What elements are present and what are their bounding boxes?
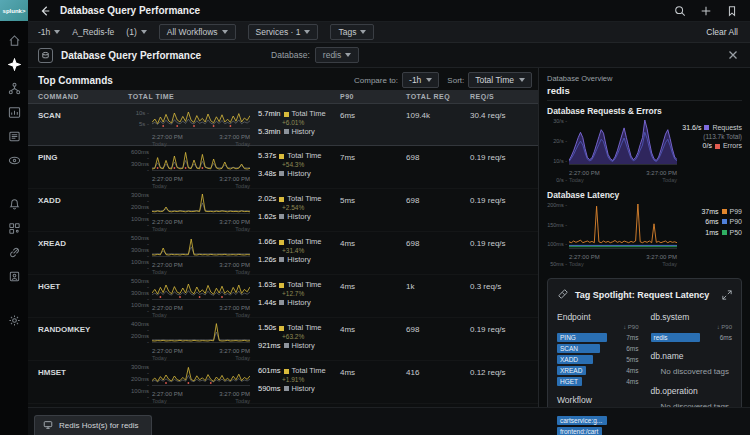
redis-hosts-button[interactable]: Redis Host(s) for redis <box>34 415 152 435</box>
expand-icon[interactable] <box>722 286 732 304</box>
services-value: Services · 1 <box>256 27 301 37</box>
table-row[interactable]: PING 600ms -300ms - 2:27:00 PMToday 3:27… <box>28 146 538 189</box>
tag-section-db-system: db.system ↓ P90 redis 6ms <box>651 312 733 343</box>
command-name: HMSET <box>38 361 128 405</box>
command-name: XADD <box>38 189 128 233</box>
latency-chart: 200ms -150ms -100ms -50ms - 2:27:00 PMTo… <box>547 203 742 268</box>
time-picker[interactable]: -1h <box>38 27 60 37</box>
tag-sort-header[interactable]: ↓ P90 <box>557 324 639 330</box>
row-legend: 1.63sTotal Time +12.7% 1.44sHistory <box>258 278 322 319</box>
table-row[interactable]: RANDOMKEY 400ms -200ms - 2:27:00 PMToday… <box>28 318 538 361</box>
flashlight-icon <box>557 286 569 304</box>
tag-bar-value: 5ms <box>607 356 639 363</box>
sparkline-chart <box>152 149 250 171</box>
tag-bar-row[interactable]: redis 6ms <box>651 332 733 343</box>
clear-all-button[interactable]: Clear All <box>706 27 738 37</box>
req-per-sec-value: 0.19 req/s <box>470 232 538 276</box>
change-percent: +2.54% <box>258 204 322 212</box>
req-per-sec-value: 0.19 req/s <box>470 318 538 362</box>
tag-bar-row[interactable]: SCAN 6ms <box>557 343 639 354</box>
p90-value: 7ms <box>340 146 406 190</box>
nav-alerts-icon[interactable] <box>7 197 21 211</box>
requests-chart-title: Database Requests & Errors <box>547 106 742 116</box>
nav-rum-icon[interactable] <box>7 153 21 167</box>
table-row[interactable]: XADD 300ms -200ms -100ms - 2:27:00 PMTod… <box>28 189 538 232</box>
chevron-down-icon <box>222 30 228 34</box>
tags-dropdown[interactable]: Tags <box>330 24 374 40</box>
overview-title: Database Overview <box>547 74 742 83</box>
command-name: PING <box>38 146 128 190</box>
close-icon[interactable] <box>726 48 740 62</box>
database-overview-panel: Database Overview redis Database Request… <box>538 68 750 407</box>
compare-to-dropdown[interactable]: -1h <box>402 72 439 88</box>
nav-dashboards-icon[interactable] <box>7 105 21 119</box>
row-legend: 1.66sTotal Time +31.4% 1.26sHistory <box>258 235 322 276</box>
nav-metrics-icon[interactable] <box>7 221 21 235</box>
tag-bar-row[interactable]: PING 7ms <box>557 332 639 343</box>
environment-label[interactable]: A_Redis-fe <box>72 27 114 37</box>
tag-bar-value: 6ms <box>607 345 639 352</box>
add-icon[interactable] <box>698 3 714 19</box>
table-header-row: COMMANDTOTAL TIMEP90TOTAL REQREQ/S <box>28 90 538 103</box>
command-name: HGET <box>38 275 128 319</box>
nav-synthetics-icon[interactable] <box>7 245 21 259</box>
row-legend: 5.7minTotal Time +6.01% 5.3minHistory <box>258 107 326 148</box>
total-req-value: 1k <box>406 275 470 319</box>
host-icon <box>43 420 53 430</box>
sparkline-x-axis: 2:27:00 PMToday 3:27:00 PMToday <box>152 219 250 233</box>
nav-infrastructure-icon[interactable] <box>7 81 21 95</box>
database-select-value: redis <box>323 50 341 60</box>
environment-value: A_Redis-fe <box>72 27 114 37</box>
bookmark-icon[interactable] <box>724 3 740 19</box>
sparkline-chart <box>152 192 250 214</box>
change-percent: +1.91% <box>258 376 326 384</box>
table-row[interactable]: XREAD 500ms -300ms -100ms - 2:27:00 PMTo… <box>28 232 538 275</box>
p90-value: 4ms <box>340 361 406 405</box>
column-header[interactable]: REQ/S <box>470 93 538 100</box>
top-commands-title: Top Commands <box>38 75 113 86</box>
total-req-value: 698 <box>406 318 470 362</box>
splunk-logo[interactable]: splunk> <box>0 0 28 21</box>
search-icon[interactable] <box>672 3 688 19</box>
tag-bar-row[interactable]: XREAD 4ms <box>557 365 639 376</box>
chevron-down-icon <box>345 53 351 57</box>
tag-bar-row[interactable]: XADD 5ms <box>557 354 639 365</box>
left-nav-rail: splunk> <box>0 0 28 435</box>
workflows-dropdown[interactable]: All Workflows <box>159 24 236 40</box>
nav-home-icon[interactable] <box>7 33 21 47</box>
column-header[interactable]: TOTAL TIME <box>128 93 340 100</box>
tag-sort-header[interactable]: ↓ P90 <box>651 324 733 330</box>
column-header[interactable]: P90 <box>340 93 406 100</box>
req-per-sec-value: 0.19 req/s <box>470 146 538 190</box>
sparkline-y-labels: 10s -5s - <box>128 107 152 129</box>
latency-legend-item: 6msP90 <box>705 217 742 226</box>
column-header[interactable]: TOTAL REQ <box>406 93 470 100</box>
requests-chart: 30/s -20/s -10/s -0/s - 2:27:00 PMToday … <box>547 119 742 184</box>
sort-dropdown[interactable]: Total Time <box>468 72 532 88</box>
top-commands-rows: SCAN 10s -5s - 2:27:00 PMToday 3:27:00 P… <box>28 103 538 407</box>
p90-value: 5ms <box>340 189 406 233</box>
database-select[interactable]: redis <box>315 47 359 63</box>
table-row[interactable]: HGET 500ms -300ms -100ms - 2:27:00 PMTod… <box>28 275 538 318</box>
nav-incident-icon[interactable] <box>7 269 21 283</box>
environment-count-dropdown[interactable]: (1) <box>126 27 146 37</box>
services-dropdown[interactable]: Services · 1 <box>248 24 319 40</box>
total-req-value: 416 <box>406 361 470 405</box>
column-header[interactable]: COMMAND <box>38 93 128 100</box>
sparkline-chart <box>152 107 250 129</box>
sparkline-x-axis: 2:27:00 PMToday 3:27:00 PMToday <box>152 176 250 190</box>
back-icon[interactable] <box>38 4 52 18</box>
change-percent: +63.2% <box>258 333 322 341</box>
sparkline-x-axis: 2:27:00 PMToday 3:27:00 PMToday <box>152 305 250 319</box>
environment-count-value: (1) <box>126 27 136 37</box>
latency-chart-title: Database Latency <box>547 190 742 200</box>
table-row[interactable]: SCAN 10s -5s - 2:27:00 PMToday 3:27:00 P… <box>28 103 538 146</box>
nav-log-observer-icon[interactable] <box>7 129 21 143</box>
change-percent: +6.01% <box>258 119 326 127</box>
table-row[interactable]: HMSET 300ms -200ms -100ms - 2:27:00 PMTo… <box>28 361 538 404</box>
nav-apm-icon[interactable] <box>7 57 21 71</box>
sparkline-y-labels: 300ms -200ms -100ms - <box>128 364 152 386</box>
tag-bar-row[interactable]: HGET 4ms <box>557 376 639 387</box>
nav-settings-icon[interactable] <box>7 313 21 327</box>
change-percent: +12.7% <box>258 290 322 298</box>
